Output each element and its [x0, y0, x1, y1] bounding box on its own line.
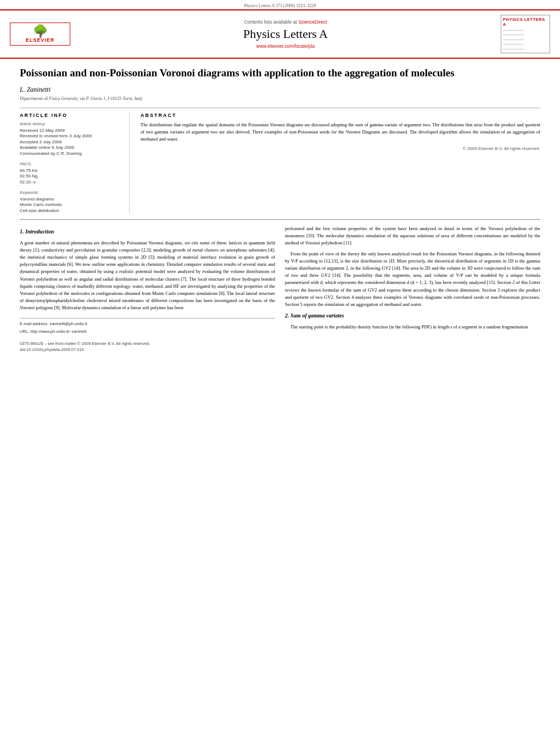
received-date: Received 12 May 2009 — [20, 128, 121, 133]
footnote-2: URL: http://www.ph.unito.it/~zaninett. — [20, 328, 275, 335]
page-wrapper: Physics Letters A 373 (2009) 3223–3229 🌳… — [0, 0, 560, 742]
keywords-label: Keywords: — [20, 190, 121, 195]
available-date: Available online 9 July 2009 — [20, 145, 121, 150]
doi-text: doi:10.1016/j.physleta.2009.07.010 — [20, 347, 84, 352]
copyright-line: © 2009 Elsevier B.V. All rights reserved… — [141, 146, 540, 151]
footnote-1: E-mail address: zaninetti@ph.unito.it. — [20, 321, 275, 327]
communicated-by: Communicated by C.R. Doering — [20, 151, 121, 156]
journal-logo-lines: ───────── ───────── ───────── ───────── … — [503, 28, 548, 51]
keyword-2: Monte Carlo methods — [20, 202, 121, 207]
sciencedirect-line: Contents lists available at ScienceDirec… — [70, 19, 501, 25]
issn-text: 0375-9601/$ – see front matter © 2009 El… — [20, 341, 150, 346]
section2-intro: The starting point is the probability de… — [285, 323, 540, 331]
journal-url[interactable]: www.elsevier.com/locate/pla — [70, 43, 501, 49]
issn-line: 0375-9601/$ – see front matter © 2009 El… — [20, 341, 275, 353]
journal-meta: Physics Letters A 373 (2009) 3223–3229 — [244, 3, 316, 8]
journal-logo-box: PHYSICS LETTERS A ───────── ───────── ──… — [501, 15, 550, 53]
body-paragraph-1: A great number of natural phenomena are … — [20, 239, 275, 312]
abstract-text: The distributions that regulate the spat… — [141, 121, 540, 143]
section1-heading: 1. Introduction — [20, 227, 275, 236]
section2-heading: 2. Sum of gamma variates — [285, 311, 540, 320]
elsevier-tree-icon: 🌳 — [14, 25, 66, 37]
journal-logo-right: PHYSICS LETTERS A ───────── ───────── ──… — [501, 15, 550, 53]
received-revised-date: Received in revised form 3 July 2009 — [20, 133, 121, 138]
sciencedirect-label: Contents lists available at — [244, 19, 296, 25]
journal-header: 🌳 ELSEVIER Contents lists available at S… — [0, 9, 560, 59]
elsevier-logo-box: 🌳 ELSEVIER — [10, 23, 70, 46]
sciencedirect-link[interactable]: ScienceDirect — [298, 19, 327, 25]
pacs-label: PACS: — [20, 161, 121, 166]
article-info-section: ARTICLE INFO Article history: Received 1… — [20, 113, 540, 214]
divider-1 — [20, 108, 540, 108]
article-affiliation: Dipartimento di Fisica Generale, via P. … — [20, 96, 540, 101]
pacs-3: 02.10.-v — [20, 180, 121, 185]
pacs-2: 02.50.Ng — [20, 174, 121, 178]
elsevier-logo: 🌳 ELSEVIER — [10, 23, 70, 46]
article-content: Poissonian and non-Poissonian Voronoi di… — [0, 59, 560, 359]
article-title: Poissonian and non-Poissonian Voronoi di… — [20, 66, 540, 80]
journal-title: Physics Letters A — [70, 27, 501, 41]
history-label: Article history: — [20, 121, 121, 126]
body-paragraph-2: performed and the free volume properties… — [285, 225, 540, 247]
two-col-body: 1. Introduction A great number of natura… — [20, 225, 540, 353]
journal-center: Contents lists available at ScienceDirec… — [70, 19, 501, 49]
body-divider — [20, 219, 540, 220]
abstract-title: ABSTRACT — [141, 113, 540, 118]
article-info-left: ARTICLE INFO Article history: Received 1… — [20, 113, 130, 214]
keyword-3: Cell-size distribution — [20, 208, 121, 213]
body-paragraph-3: From the point of view of the theory the… — [285, 250, 540, 308]
abstract-paragraph: The distributions that regulate the spat… — [141, 121, 540, 143]
body-col-left: 1. Introduction A great number of natura… — [20, 225, 275, 353]
article-author: L. Zaninetti — [20, 86, 540, 94]
keyword-1: Voronoi diagrams — [20, 197, 121, 202]
journal-logo-title: PHYSICS LETTERS A — [503, 17, 548, 27]
article-info-right: ABSTRACT The distributions that regulate… — [141, 113, 540, 214]
body-col-right: performed and the free volume properties… — [285, 225, 540, 353]
elsevier-text: ELSEVIER — [14, 37, 66, 43]
pacs-group: PACS: 89.75.Kd 02.50.Ng 02.10.-v — [20, 161, 121, 185]
top-bar: Physics Letters A 373 (2009) 3223–3229 — [0, 0, 560, 9]
pacs-1: 89.75.Kd — [20, 168, 121, 173]
keywords-group: Keywords: Voronoi diagrams Monte Carlo m… — [20, 190, 121, 213]
article-info-title: ARTICLE INFO — [20, 113, 121, 118]
footnote-area: E-mail address: zaninetti@ph.unito.it. U… — [20, 318, 275, 334]
accepted-date: Accepted 3 July 2009 — [20, 140, 121, 144]
